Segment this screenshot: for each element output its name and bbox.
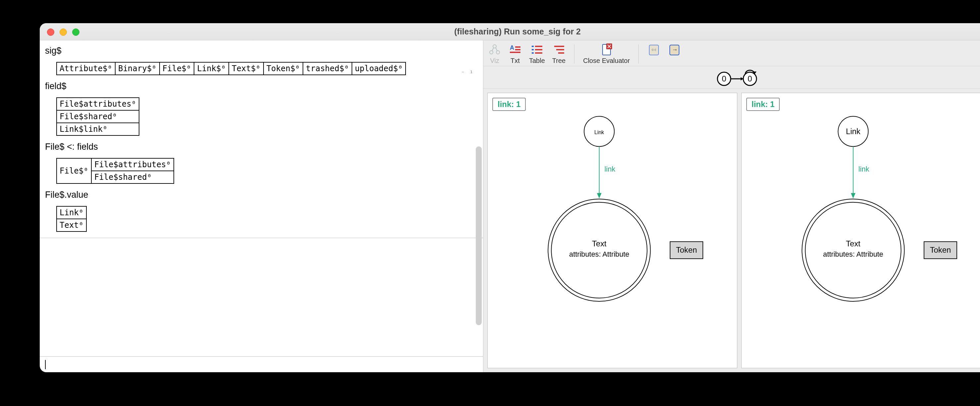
trace-bar: 0 0 bbox=[484, 66, 980, 89]
visualizer-pane: Viz A Txt Table bbox=[484, 40, 980, 372]
instance-graph: Link link Text attributes: Attribute Tok… bbox=[488, 93, 737, 368]
body: ⁻ ¹ sig$ Attribute$⁰ Binary$⁰ File$⁰ Lin… bbox=[40, 40, 980, 372]
svg-text:⤆: ⤆ bbox=[651, 46, 656, 53]
scrollbar-thumb[interactable] bbox=[476, 146, 482, 325]
label: Txt bbox=[511, 57, 520, 65]
close-doc-icon bbox=[600, 43, 613, 56]
viz-panel-0[interactable]: link: 1 Link link Text attributes: Attri… bbox=[487, 93, 737, 368]
cell: Attribute$⁰ bbox=[57, 62, 115, 75]
viz-button[interactable]: Viz bbox=[488, 43, 501, 65]
window-title: (filesharing) Run some_sig for 2 bbox=[40, 27, 980, 37]
file-value-table: Link⁰ Text⁰ bbox=[56, 206, 87, 232]
corner-marker: ⁻ ¹ bbox=[461, 70, 474, 76]
node-label: Text bbox=[846, 239, 861, 248]
cell: Binary$⁰ bbox=[115, 62, 159, 75]
minimize-icon[interactable] bbox=[60, 29, 67, 36]
field-table: File$attributes⁰ File$shared⁰ Link$link⁰ bbox=[56, 97, 139, 136]
section-label: File$ <: fields bbox=[45, 142, 478, 152]
svg-line-4 bbox=[496, 48, 497, 51]
label: Close Evaluator bbox=[583, 57, 630, 65]
projection-badge[interactable]: link: 1 bbox=[746, 98, 780, 111]
cell: Text⁰ bbox=[57, 219, 86, 231]
svg-point-2 bbox=[496, 51, 500, 54]
evaluator-output: ⁻ ¹ sig$ Attribute$⁰ Binary$⁰ File$⁰ Lin… bbox=[40, 40, 483, 356]
sig-table: Attribute$⁰ Binary$⁰ File$⁰ Link$⁰ Text$… bbox=[56, 62, 406, 75]
cell: Link$⁰ bbox=[194, 62, 229, 75]
cell: File$shared⁰ bbox=[57, 110, 139, 123]
maximize-icon[interactable] bbox=[72, 29, 80, 36]
tree-button[interactable]: Tree bbox=[552, 43, 565, 65]
label bbox=[653, 57, 655, 65]
trace-graph: 0 0 bbox=[713, 68, 766, 88]
titlebar: (filesharing) Run some_sig for 2 bbox=[40, 23, 980, 40]
svg-point-1 bbox=[490, 51, 493, 54]
evaluator-pane: ⁻ ¹ sig$ Attribute$⁰ Binary$⁰ File$⁰ Lin… bbox=[40, 40, 484, 372]
svg-point-0 bbox=[493, 45, 496, 48]
edge-label: link bbox=[859, 165, 869, 173]
viz-panel-1[interactable]: link: 1 Link link Text attributes: Attri… bbox=[741, 93, 980, 368]
cell: Token$⁰ bbox=[264, 62, 303, 75]
label: Tree bbox=[552, 57, 565, 65]
app-window: (filesharing) Run some_sig for 2 ⁻ ¹ sig… bbox=[40, 23, 980, 372]
window-controls bbox=[47, 29, 80, 36]
toolbar: Viz A Txt Table bbox=[484, 40, 980, 66]
tree-icon bbox=[552, 43, 565, 56]
node-label: Text bbox=[592, 239, 606, 248]
close-icon[interactable] bbox=[47, 29, 54, 36]
table-button[interactable]: Table bbox=[529, 43, 545, 65]
cell: File$⁰ bbox=[57, 158, 91, 183]
svg-line-3 bbox=[492, 48, 494, 51]
txt-button[interactable]: A Txt bbox=[509, 43, 522, 65]
prev-button[interactable]: ⤆ bbox=[647, 43, 660, 65]
section-label: sig$ bbox=[45, 46, 478, 56]
projection-badge[interactable]: link: 1 bbox=[492, 98, 526, 111]
cell: File$⁰ bbox=[159, 62, 194, 75]
label bbox=[674, 57, 676, 65]
section-label: field$ bbox=[45, 81, 478, 91]
cell: uploaded$⁰ bbox=[352, 62, 406, 75]
evaluator-input[interactable] bbox=[40, 356, 483, 372]
cell: Link$link⁰ bbox=[57, 123, 139, 135]
file-fields-table: File$⁰ File$attributes⁰ File$shared⁰ bbox=[56, 158, 174, 184]
node-label: Link bbox=[594, 129, 604, 135]
separator bbox=[638, 45, 639, 64]
table-icon bbox=[530, 43, 544, 56]
label: Table bbox=[529, 57, 545, 65]
instance-graph: Link link Text attributes: Attribute Tok… bbox=[741, 93, 980, 368]
state-label: 0 bbox=[722, 74, 726, 83]
state-label: 0 bbox=[748, 74, 752, 83]
edge-label: link bbox=[605, 165, 616, 173]
cell: File$attributes⁰ bbox=[57, 98, 139, 110]
cell: File$shared⁰ bbox=[91, 171, 174, 183]
scroll-next-icon: → bbox=[668, 43, 681, 56]
cell: Link⁰ bbox=[57, 206, 86, 219]
arrowhead-icon bbox=[851, 193, 856, 198]
viz-area: link: 1 Link link Text attributes: Attri… bbox=[484, 89, 980, 372]
scroll-prev-icon: ⤆ bbox=[647, 43, 660, 56]
node-label: Link bbox=[846, 127, 861, 136]
arrowhead-icon bbox=[597, 193, 601, 198]
node-label: Token bbox=[676, 245, 697, 254]
cell: Text$⁰ bbox=[229, 62, 264, 75]
next-button[interactable]: → bbox=[668, 43, 681, 65]
cell: trashed$⁰ bbox=[303, 62, 352, 75]
text-caret bbox=[45, 360, 46, 369]
svg-text:A: A bbox=[510, 45, 514, 51]
close-evaluator-button[interactable]: Close Evaluator bbox=[583, 43, 630, 65]
separator bbox=[574, 45, 574, 64]
label: Viz bbox=[490, 57, 499, 65]
node-label: attributes: Attribute bbox=[569, 250, 629, 258]
section-label: File$.value bbox=[45, 190, 478, 200]
node-label: attributes: Attribute bbox=[823, 250, 883, 258]
text-icon: A bbox=[509, 43, 522, 56]
graph-icon bbox=[488, 43, 501, 56]
node-label: Token bbox=[930, 245, 951, 254]
cell: File$attributes⁰ bbox=[91, 158, 174, 171]
divider bbox=[40, 238, 483, 238]
svg-text:→: → bbox=[672, 46, 678, 53]
